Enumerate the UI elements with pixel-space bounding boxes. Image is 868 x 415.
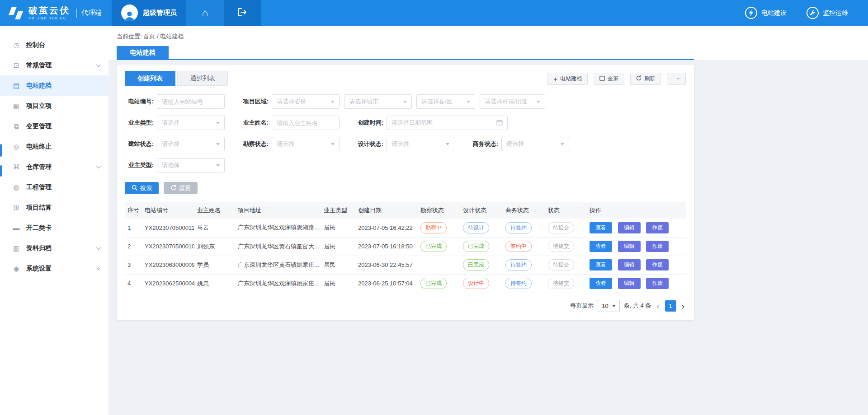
logout-button[interactable] bbox=[224, 0, 261, 26]
void-button[interactable]: 作废 bbox=[646, 259, 669, 270]
chevron-down-icon bbox=[216, 143, 220, 145]
breadcrumb-home[interactable]: 首页 bbox=[143, 33, 155, 40]
per-page-select[interactable]: 10 bbox=[598, 300, 619, 312]
sidebar-item-general-mgmt[interactable]: ⊡ 常规管理 bbox=[0, 55, 108, 75]
sidebar-item-system-settings[interactable]: ◉ 系统设置 bbox=[0, 258, 108, 279]
table-header-row: 序号 电站编号 业主姓名 项目地址 业主类型 创建日期 勘察状态 设计状态 商务… bbox=[125, 202, 686, 219]
tab-passed-list[interactable]: 通过列表 bbox=[177, 71, 228, 86]
owner-type-label: 业主类型: bbox=[125, 119, 154, 127]
prev-page-button[interactable]: ‹ bbox=[655, 302, 660, 310]
view-button[interactable]: 查看 bbox=[590, 241, 612, 252]
station-code-input[interactable] bbox=[157, 94, 225, 109]
col-header-survey: 勘察状态 bbox=[418, 202, 460, 219]
reset-button[interactable]: 重置 bbox=[164, 182, 198, 194]
sidebar-item-label: 系统设置 bbox=[26, 265, 52, 273]
monitor-icon: ⊡ bbox=[12, 61, 20, 70]
status-badge: 待提交 bbox=[548, 278, 574, 289]
province-select[interactable]: 请选择省份 bbox=[272, 94, 340, 109]
briefcase-icon: ▦ bbox=[12, 102, 20, 110]
document-icon: ▤ bbox=[12, 82, 20, 90]
col-header-index: 序号 bbox=[125, 202, 142, 219]
build-status-select[interactable]: 请选择 bbox=[157, 137, 225, 151]
sidebar-item-station-archive[interactable]: ▤ 电站建档 bbox=[0, 75, 108, 96]
user-menu[interactable]: 超级管理员 bbox=[112, 0, 186, 26]
calculator-icon: ⊞ bbox=[12, 204, 20, 212]
station-code-label: 电站编号: bbox=[125, 98, 154, 106]
target-icon: ◎ bbox=[12, 143, 20, 151]
home-icon: ⌂ bbox=[202, 7, 208, 19]
business-status-badge: 签约中 bbox=[505, 241, 532, 252]
survey-status-select[interactable]: 请选择 bbox=[272, 137, 340, 151]
county-select[interactable]: 请选择县/区 bbox=[416, 94, 475, 109]
nav-power-build[interactable]: 电站建设 bbox=[745, 0, 787, 26]
edit-button[interactable]: 编辑 bbox=[618, 241, 641, 252]
sidebar-item-second-class-card[interactable]: ▬ 开二类卡 bbox=[0, 218, 108, 238]
chevron-down-icon bbox=[331, 101, 335, 103]
survey-status-badge: 勘察中 bbox=[420, 222, 447, 233]
sidebar-item-change-mgmt[interactable]: ⧉ 变更管理 bbox=[0, 116, 108, 136]
next-page-button[interactable]: › bbox=[680, 302, 686, 310]
table-row: 4 YX2023062500004 姚忠 广东深圳龙华区观澜镇姚家庄... 居民… bbox=[125, 274, 686, 293]
fullscreen-button[interactable]: 全屏 bbox=[594, 73, 624, 85]
sidebar-item-label: 仓库管理 bbox=[26, 163, 52, 171]
add-station-button[interactable]: + 电站建档 bbox=[547, 73, 588, 85]
sidebar-item-project-settlement[interactable]: ⊞ 项目结算 bbox=[0, 197, 108, 218]
sidebar-item-label: 电站建档 bbox=[26, 82, 52, 90]
create-time-label: 创建时间: bbox=[354, 119, 383, 127]
design-status-badge: 设计中 bbox=[463, 278, 489, 289]
refresh-button[interactable]: 刷新 bbox=[630, 73, 661, 85]
col-header-owner: 业主姓名 bbox=[194, 202, 235, 219]
owner-type2-select[interactable]: 请选择 bbox=[157, 158, 225, 173]
sidebar-item-warehouse-mgmt[interactable]: ⌘ 仓库管理 bbox=[0, 157, 108, 177]
view-button[interactable]: 查看 bbox=[590, 222, 612, 233]
build-status-label: 建站状态: bbox=[125, 140, 154, 148]
topbar: 破茧云伏 Po Jian Yun Fu 代理端 超级管理员 ⌂ bbox=[0, 0, 868, 26]
tab-create-list[interactable]: 创建列表 bbox=[125, 71, 175, 86]
nav-monitor-ops[interactable]: 监控运维 bbox=[807, 0, 848, 26]
breadcrumb-current: 电站建档 bbox=[160, 33, 184, 40]
chevron-down-icon bbox=[96, 164, 101, 168]
void-button[interactable]: 作废 bbox=[646, 278, 669, 289]
view-button[interactable]: 查看 bbox=[590, 278, 612, 289]
void-button[interactable]: 作废 bbox=[646, 222, 669, 233]
void-button[interactable]: 作废 bbox=[646, 241, 669, 252]
sidebar-item-engineering-mgmt[interactable]: ◍ 工程管理 bbox=[0, 177, 108, 197]
sidebar-item-label: 控制台 bbox=[26, 41, 45, 49]
sidebar-item-console[interactable]: ◷ 控制台 bbox=[0, 35, 108, 55]
col-header-actions: 操作 bbox=[587, 202, 686, 219]
design-status-select[interactable]: 请选择 bbox=[387, 137, 454, 151]
content-card: 创建列表 通过列表 + 电站建档 全屏 刷新 bbox=[117, 65, 694, 320]
calendar-icon bbox=[496, 119, 503, 127]
dashboard-icon: ◷ bbox=[12, 41, 20, 49]
user-name: 超级管理员 bbox=[143, 9, 177, 17]
sidebar-item-data-archive[interactable]: ▥ 资料归档 bbox=[0, 238, 108, 258]
sidebar-item-label: 开二类卡 bbox=[26, 224, 52, 232]
view-button[interactable]: 查看 bbox=[590, 259, 612, 270]
chevron-down-icon bbox=[96, 266, 101, 270]
edit-button[interactable]: 编辑 bbox=[618, 278, 641, 289]
chevron-down-icon bbox=[96, 245, 101, 250]
owner-type-select[interactable]: 请选择 bbox=[157, 116, 225, 130]
chevron-down-icon bbox=[561, 143, 564, 145]
owner-name-input[interactable] bbox=[272, 116, 340, 130]
date-range-input[interactable]: 请选择日期范围 bbox=[387, 116, 508, 130]
page-tab-station-archive[interactable]: 电站建档 bbox=[117, 46, 169, 59]
col-header-business: 商务状态 bbox=[503, 202, 545, 219]
search-button[interactable]: 搜索 bbox=[125, 182, 159, 194]
search-icon bbox=[132, 185, 137, 192]
breadcrumb-separator: / bbox=[157, 33, 159, 40]
sidebar-item-station-termination[interactable]: ◎ 电站终止 bbox=[0, 136, 108, 157]
col-header-code: 电站编号 bbox=[142, 202, 194, 219]
table-row: 2 YX2023070500010 刘强东 广东深圳龙华区黄石镇星官大... 居… bbox=[125, 237, 686, 256]
edit-button[interactable]: 编辑 bbox=[618, 222, 641, 233]
sidebar-item-project-initiation[interactable]: ▦ 项目立项 bbox=[0, 96, 108, 116]
sidebar-item-label: 常规管理 bbox=[26, 61, 52, 70]
city-select[interactable]: 请选择城市 bbox=[344, 94, 412, 109]
page-1-button[interactable]: 1 bbox=[665, 300, 676, 312]
collapse-button[interactable] bbox=[667, 73, 686, 85]
edit-button[interactable]: 编辑 bbox=[618, 259, 641, 270]
home-button[interactable]: ⌂ bbox=[186, 0, 224, 26]
town-select[interactable]: 请选择村镇/街道 bbox=[480, 94, 545, 109]
business-status-select[interactable]: 请选择 bbox=[501, 137, 569, 151]
business-status-badge: 待签约 bbox=[505, 222, 532, 233]
